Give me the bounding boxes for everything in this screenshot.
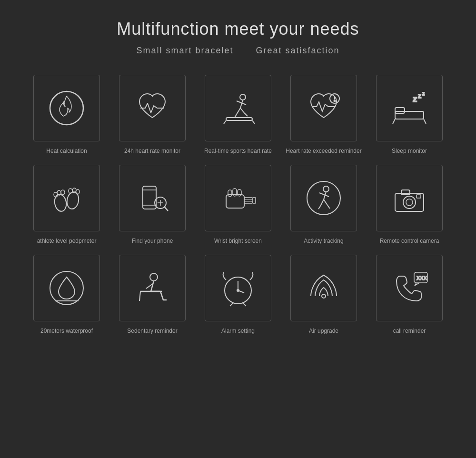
feature-heart-alert: Heart rate exceeded reminder [281, 75, 367, 165]
feature-wrist-screen: Wrist bright screen [195, 165, 281, 255]
svg-rect-41 [244, 198, 253, 203]
feature-call-reminder: XXX call reminder [367, 255, 452, 345]
svg-point-14 [334, 100, 336, 102]
icon-box-footprint [33, 165, 100, 231]
svg-point-29 [69, 189, 72, 193]
svg-line-34 [164, 207, 168, 211]
svg-line-10 [224, 120, 226, 124]
icon-box-treadmill [205, 75, 271, 141]
icon-box-waterproof [33, 255, 100, 321]
svg-line-52 [320, 199, 324, 206]
svg-line-55 [327, 205, 330, 209]
feature-pedometer: athlete level pedpmeter [24, 165, 109, 255]
svg-text:z: z [422, 91, 425, 96]
svg-point-57 [403, 196, 416, 209]
footprint-icon [45, 177, 88, 219]
icon-box-flame [33, 75, 100, 141]
svg-point-77 [322, 294, 326, 298]
svg-rect-15 [395, 111, 424, 119]
waterproof-icon [45, 267, 88, 309]
flame-icon [45, 87, 88, 129]
icon-box-find-phone [119, 165, 186, 231]
subtitle1: Small smart bracelet [136, 46, 233, 55]
find-phone-icon [131, 177, 174, 219]
wrist-screen-icon [217, 177, 259, 219]
label-air-upgrade: Air upgrade [309, 327, 338, 335]
treadmill-icon [217, 87, 259, 129]
feature-row-1: Heat calculation 24h heart rate monitor [10, 75, 466, 165]
svg-rect-30 [143, 186, 156, 209]
icon-box-camera [376, 165, 443, 231]
page-container: Multifunction meet your needs Small smar… [0, 0, 476, 458]
air-upgrade-icon [302, 267, 345, 309]
icon-box-wrist-screen [205, 165, 271, 231]
label-find-phone: Find your phone [132, 237, 173, 245]
feature-24h-heart-rate: 24h heart rate monitor [109, 75, 195, 165]
label-sleep-monitor: Sleep monitor [392, 147, 427, 155]
label-24h-heart-rate: 24h heart rate monitor [124, 147, 180, 155]
alarm-icon [217, 267, 259, 309]
svg-line-6 [240, 108, 244, 113]
feature-activity-tracking: Activity tracking [281, 165, 367, 255]
features-grid: Heat calculation 24h heart rate monitor [10, 75, 466, 344]
svg-line-53 [324, 199, 327, 205]
label-call-reminder: call reminder [393, 327, 426, 335]
icon-box-heart-rate [119, 75, 186, 141]
svg-text:z: z [418, 92, 421, 100]
main-title: Multifunction meet your needs [117, 19, 359, 39]
svg-point-25 [61, 190, 65, 195]
feature-remote-camera: Remote control camera [367, 165, 452, 255]
svg-line-76 [243, 303, 246, 306]
feature-sports-heart-rate: Real-time sports heart rate [195, 75, 281, 165]
svg-line-50 [319, 193, 324, 195]
label-activity-tracking: Activity tracking [304, 237, 343, 245]
activity-icon [302, 177, 345, 219]
label-sports-heart-rate: Real-time sports heart rate [204, 147, 272, 155]
subtitle: Small smart bracelet Great satisfaction [127, 46, 349, 56]
label-wrist-screen: Wrist bright screen [214, 237, 262, 245]
svg-point-48 [323, 186, 329, 192]
sleep-icon: z z z [388, 87, 431, 129]
svg-point-74 [237, 289, 239, 291]
svg-line-69 [139, 291, 140, 301]
svg-line-7 [235, 114, 237, 118]
icon-box-sedentary [119, 255, 186, 321]
svg-rect-37 [226, 195, 244, 208]
feature-waterproof: 20meters waterproof [24, 255, 109, 345]
sedentary-icon [131, 267, 174, 309]
icon-box-air-upgrade [290, 255, 357, 321]
svg-point-26 [66, 191, 80, 210]
svg-rect-59 [401, 190, 410, 195]
svg-line-2 [240, 100, 243, 108]
feature-find-phone: Find your phone [109, 165, 195, 255]
feature-row-3: 20meters waterproof [10, 255, 466, 345]
icon-box-call: XXX [376, 255, 443, 321]
label-pedometer: athlete level pedpmeter [37, 237, 97, 245]
svg-line-67 [160, 291, 163, 300]
svg-line-17 [393, 119, 395, 124]
svg-rect-38 [228, 190, 232, 197]
heart-rate-icon [131, 87, 174, 129]
feature-sleep-monitor: z z z Sleep monitor [367, 75, 452, 165]
label-sedentary: Sedentary reminder [127, 327, 177, 335]
heart-alert-icon [302, 87, 345, 129]
svg-point-22 [53, 193, 68, 212]
svg-rect-60 [416, 195, 421, 198]
icon-box-activity [290, 165, 357, 231]
label-alarm: Alarm setting [221, 327, 255, 335]
svg-line-64 [151, 281, 154, 291]
label-heart-alert: Heart rate exceeded reminder [286, 147, 361, 155]
feature-heat-calculation: Heat calculation [24, 75, 109, 165]
feature-alarm: Alarm setting [195, 255, 281, 345]
subtitle2: Great satisfaction [256, 46, 340, 55]
svg-line-3 [237, 101, 241, 103]
svg-line-8 [244, 113, 248, 116]
icon-box-alarm [205, 255, 271, 321]
feature-air-upgrade: Air upgrade [281, 255, 367, 345]
svg-line-5 [237, 108, 240, 114]
call-icon: XXX [388, 267, 431, 309]
svg-point-63 [150, 273, 158, 281]
label-heat-calculation: Heat calculation [46, 147, 87, 155]
svg-line-54 [318, 206, 320, 209]
label-waterproof: 20meters waterproof [40, 327, 93, 335]
